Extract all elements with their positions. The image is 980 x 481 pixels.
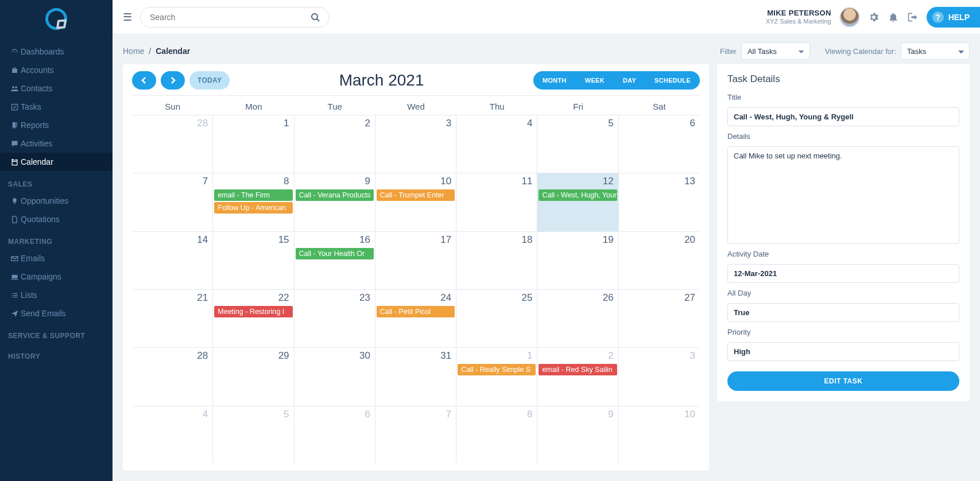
day-cell[interactable]: 22Meeting - Restoring I	[213, 290, 294, 347]
view-schedule-button[interactable]: SCHEDULE	[645, 71, 700, 90]
day-cell[interactable]: 4	[132, 406, 213, 464]
sidebar-item-label: Reports	[21, 121, 49, 130]
day-cell[interactable]: 3	[619, 348, 700, 405]
day-cell[interactable]: 15	[213, 232, 294, 289]
day-cell[interactable]: 19	[537, 232, 618, 289]
next-month-button[interactable]	[161, 71, 185, 90]
search-box[interactable]	[140, 7, 330, 28]
day-cell[interactable]: 2	[295, 115, 375, 173]
view-day-button[interactable]: DAY	[614, 71, 645, 90]
calendar-event[interactable]: Call - Trumpet Enter	[377, 189, 455, 201]
sidebar-item-quotations[interactable]: Quotations	[0, 210, 113, 228]
sidebar-item-tasks[interactable]: Tasks	[0, 98, 113, 116]
sidebar-item-activities[interactable]: Activities	[0, 134, 113, 153]
calendar-event[interactable]: Meeting - Restoring I	[214, 306, 292, 317]
day-cell[interactable]: 13	[619, 173, 700, 231]
day-number: 16	[359, 234, 370, 246]
avatar[interactable]	[839, 7, 860, 28]
day-cell[interactable]: 29	[213, 348, 294, 405]
edit-task-button[interactable]: EDIT TASK	[727, 371, 959, 391]
view-week-button[interactable]: WEEK	[576, 71, 614, 90]
day-cell[interactable]: 31	[375, 348, 456, 405]
task-priority-field[interactable]: High	[727, 342, 959, 361]
day-cell[interactable]: 23	[295, 290, 375, 347]
menu-toggle-icon[interactable]: ☰	[123, 11, 132, 24]
sidebar-item-accounts[interactable]: Accounts	[0, 61, 113, 79]
search-input[interactable]	[150, 13, 311, 22]
day-cell[interactable]: 16Call - Your Health Or	[295, 232, 375, 289]
day-cell[interactable]: 5	[213, 406, 294, 464]
day-cell[interactable]: 14	[132, 232, 213, 289]
day-cell[interactable]: 6	[619, 115, 700, 173]
task-date-field[interactable]: 12-Mar-2021	[727, 264, 959, 283]
bell-icon[interactable]	[888, 11, 899, 23]
user-block[interactable]: MIKE PETERSON XYZ Sales & Marketing	[766, 9, 831, 25]
day-cell[interactable]: 7	[375, 406, 456, 464]
day-cell[interactable]: 2email - Red Sky Sailin	[537, 348, 618, 405]
day-cell[interactable]: 4	[456, 115, 537, 173]
day-cell[interactable]: 10	[619, 406, 700, 464]
sidebar-item-calendar[interactable]: Calendar	[0, 153, 113, 171]
today-button[interactable]: TODAY	[189, 71, 230, 90]
sidebar-item-emails[interactable]: Emails	[0, 249, 113, 267]
day-cell[interactable]: 8email - The FirmFollow Up - American	[213, 173, 294, 231]
calendar-event[interactable]: Call - Petit Picol	[377, 306, 455, 317]
day-cell[interactable]: 30	[295, 348, 375, 405]
sidebar-item-reports[interactable]: Reports	[0, 116, 113, 134]
filter-select[interactable]: All Tasks	[741, 42, 810, 60]
day-cell[interactable]: 1Call - Really Simple S	[456, 348, 537, 405]
day-cell[interactable]: 6	[295, 406, 375, 464]
sidebar-item-campaigns[interactable]: Campaigns	[0, 267, 113, 286]
dow-header: Tue	[295, 96, 375, 115]
view-month-button[interactable]: MONTH	[533, 71, 576, 90]
calendar-event[interactable]: email - The Firm	[214, 189, 292, 201]
task-date-label: Activity Date	[727, 250, 959, 258]
day-cell[interactable]: 21	[132, 290, 213, 347]
gear-icon[interactable]	[868, 11, 880, 23]
day-cell[interactable]: 28	[132, 115, 213, 173]
day-cell[interactable]: 7	[132, 173, 213, 231]
day-cell[interactable]: 11	[456, 173, 537, 231]
day-cell[interactable]: 9Call - Verana Products	[295, 173, 375, 231]
viewing-select[interactable]: Tasks	[901, 42, 970, 60]
day-cell[interactable]: 5	[537, 115, 618, 173]
day-cell[interactable]: 25	[456, 290, 537, 347]
search-icon[interactable]	[311, 13, 320, 22]
day-cell[interactable]: 27	[619, 290, 700, 347]
day-number: 2	[365, 118, 370, 129]
calendar-event[interactable]: Call - Your Health Or	[296, 248, 374, 259]
day-cell[interactable]: 24Call - Petit Picol	[375, 290, 456, 347]
day-cell[interactable]: 17	[375, 232, 456, 289]
sidebar-item-send-emails[interactable]: Send Emails	[0, 304, 113, 323]
calendar-event[interactable]: Call - Really Simple S	[458, 364, 536, 375]
sidebar-item-opportunities[interactable]: Opportunities	[0, 192, 113, 210]
day-cell[interactable]: 9	[537, 406, 618, 464]
day-cell[interactable]: 26	[537, 290, 618, 347]
day-cell[interactable]: 1	[213, 115, 294, 173]
day-cell[interactable]: 10Call - Trumpet Enter	[375, 173, 456, 231]
day-cell[interactable]: 12Call - West, Hugh, Young	[537, 173, 618, 231]
help-button[interactable]: ? HELP	[927, 7, 980, 28]
sidebar-item-contacts[interactable]: Contacts	[0, 79, 113, 98]
logout-icon[interactable]	[907, 11, 919, 23]
sidebar-item-lists[interactable]: Lists	[0, 286, 113, 304]
day-cell[interactable]: 28	[132, 348, 213, 405]
day-cell[interactable]: 20	[619, 232, 700, 289]
day-cell[interactable]: 8	[456, 406, 537, 464]
calendar-event[interactable]: Call - Verana Products	[296, 189, 374, 201]
sidebar-item-dashboards[interactable]: Dashboards	[0, 42, 113, 61]
calendar-event[interactable]: email - Red Sky Sailin	[539, 364, 617, 375]
calendar-event[interactable]: Call - West, Hugh, Young	[539, 189, 617, 201]
day-number: 25	[522, 292, 533, 304]
day-number: 29	[278, 350, 289, 362]
task-title-field[interactable]: Call - West, Hugh, Young & Rygell	[727, 107, 959, 126]
calendar-event[interactable]: Follow Up - American	[214, 202, 292, 214]
comment-icon	[8, 139, 21, 148]
day-cell[interactable]: 3	[375, 115, 456, 173]
breadcrumb-home[interactable]: Home	[123, 46, 144, 56]
sidebar-section-header: SALES	[0, 171, 113, 192]
prev-month-button[interactable]	[132, 71, 156, 90]
day-cell[interactable]: 18	[456, 232, 537, 289]
task-details-field[interactable]: Call Mike to set up next meeting.	[727, 146, 959, 244]
task-allday-field[interactable]: True	[727, 303, 959, 322]
